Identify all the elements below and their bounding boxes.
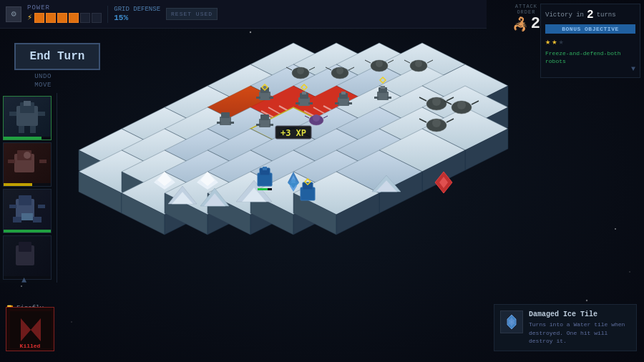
svg-rect-269 <box>33 217 42 222</box>
objectives-scroll[interactable]: ▼ <box>545 65 635 73</box>
unit-card-4[interactable] <box>3 235 52 280</box>
svg-rect-245 <box>258 188 268 190</box>
svg-rect-195 <box>335 102 339 104</box>
power-label: POWER <box>27 5 102 11</box>
svg-rect-267 <box>38 205 45 208</box>
victory-prefix: Victory in <box>545 11 584 19</box>
svg-rect-194 <box>341 92 346 94</box>
svg-point-175 <box>376 60 383 67</box>
bonus-description: Freeze-and-defend-bothrobots <box>545 49 635 65</box>
undo-move-button[interactable]: UNDOMOVE <box>14 73 72 89</box>
svg-point-171 <box>336 67 343 74</box>
svg-rect-201 <box>387 97 391 99</box>
svg-rect-216 <box>256 124 260 126</box>
attack-label-top: ATTACK <box>515 4 537 9</box>
svg-rect-263 <box>39 160 47 163</box>
reset-button[interactable]: RESET USED <box>166 8 218 20</box>
svg-point-12 <box>21 285 22 287</box>
svg-rect-213 <box>230 122 234 124</box>
power-bar-2 <box>46 13 56 23</box>
svg-point-167 <box>297 67 304 74</box>
power-bar-3 <box>57 13 67 23</box>
tooltip-icon <box>500 310 523 333</box>
svg-rect-243 <box>263 167 267 170</box>
svg-rect-200 <box>374 97 379 99</box>
bonus-stars: ★ ★ ★ <box>545 36 635 47</box>
power-icon: ⚡ <box>27 12 32 23</box>
bonus-badge: Bonus Objective <box>545 24 635 34</box>
objectives-panel: Victory in 2 turns Bonus Objective ★ ★ ★… <box>540 4 640 78</box>
svg-rect-211 <box>221 112 230 118</box>
power-bar-5 <box>80 13 90 23</box>
star-1: ★ <box>545 36 550 47</box>
svg-rect-186 <box>269 97 273 99</box>
game-canvas: +3 XP <box>0 0 644 362</box>
attack-order-icon: 🦂 <box>512 16 528 32</box>
settings-button[interactable]: ⚙ <box>6 6 21 22</box>
hud-divider-1 <box>107 6 108 23</box>
unit-portrait-4 <box>4 236 51 279</box>
svg-point-10 <box>615 228 616 230</box>
svg-rect-270 <box>21 213 33 220</box>
svg-rect-262 <box>8 160 15 163</box>
tooltip-panel: Damaged Ice Tile Turns into a Water tile… <box>494 304 637 351</box>
tooltip-description: Turns into a Water tile when destroyed. … <box>529 321 630 345</box>
svg-point-9 <box>629 271 630 273</box>
unit-card-1[interactable] <box>3 96 52 140</box>
killed-unit-panel: Killed <box>6 307 54 351</box>
star-2: ★ <box>552 36 557 47</box>
victory-section: Victory in 2 turns <box>545 9 635 21</box>
defense-section: GRID DEFENSE 15% <box>114 6 160 22</box>
svg-rect-247 <box>303 182 313 190</box>
svg-point-203 <box>432 97 441 106</box>
power-bar-1 <box>34 13 44 23</box>
svg-rect-196 <box>348 102 352 104</box>
svg-point-219 <box>313 114 320 122</box>
defense-value: 15% <box>114 14 160 22</box>
svg-rect-185 <box>256 97 260 99</box>
svg-point-179 <box>415 60 422 67</box>
svg-rect-212 <box>217 122 221 124</box>
svg-rect-257 <box>19 126 24 133</box>
unit-card-2[interactable] <box>3 142 52 187</box>
svg-rect-255 <box>9 112 16 116</box>
unit-panel <box>0 93 57 283</box>
power-bar-6 <box>92 13 102 23</box>
svg-rect-254 <box>24 101 31 106</box>
svg-rect-190 <box>296 102 300 104</box>
svg-rect-258 <box>30 126 36 133</box>
tooltip-title: Damaged Ice Tile <box>529 310 630 318</box>
star-3: ★ <box>558 36 563 47</box>
end-turn-button[interactable]: End Turn <box>14 43 100 70</box>
unit-portrait-3 <box>4 190 51 233</box>
svg-rect-217 <box>269 124 273 126</box>
power-bars <box>34 13 102 23</box>
unit-portrait-2 <box>4 143 51 186</box>
svg-rect-272 <box>19 242 31 252</box>
svg-rect-265 <box>19 195 31 205</box>
attack-label-bottom: ORDER <box>517 9 535 15</box>
svg-rect-215 <box>260 114 269 120</box>
attack-order-value: 2 <box>531 16 540 32</box>
defense-label: GRID DEFENSE <box>114 6 160 13</box>
isometric-board: +3 XP <box>57 21 530 329</box>
svg-rect-266 <box>9 205 16 208</box>
svg-point-207 <box>457 101 466 109</box>
unit-card-3[interactable] <box>3 189 52 233</box>
tooltip-content: Damaged Ice Tile Turns into a Water tile… <box>529 310 630 345</box>
svg-text:+3 XP: +3 XP <box>280 128 306 138</box>
hud-bar: ⚙ POWER ⚡ GRID DEFENSE 15% RESET USED <box>0 0 487 29</box>
victory-suffix: turns <box>597 11 616 19</box>
svg-point-8 <box>586 300 587 301</box>
svg-rect-268 <box>13 217 21 222</box>
svg-rect-199 <box>381 86 385 89</box>
undo-label: UNDOMOVE <box>34 73 52 89</box>
power-bar-4 <box>69 13 79 23</box>
power-section: POWER ⚡ <box>27 5 102 23</box>
panel-scroll-button[interactable]: ▲ <box>21 275 26 285</box>
victory-turns: 2 <box>587 9 594 21</box>
svg-point-223 <box>432 119 441 127</box>
svg-point-261 <box>24 152 31 159</box>
svg-rect-256 <box>38 112 45 116</box>
svg-rect-191 <box>308 102 313 104</box>
